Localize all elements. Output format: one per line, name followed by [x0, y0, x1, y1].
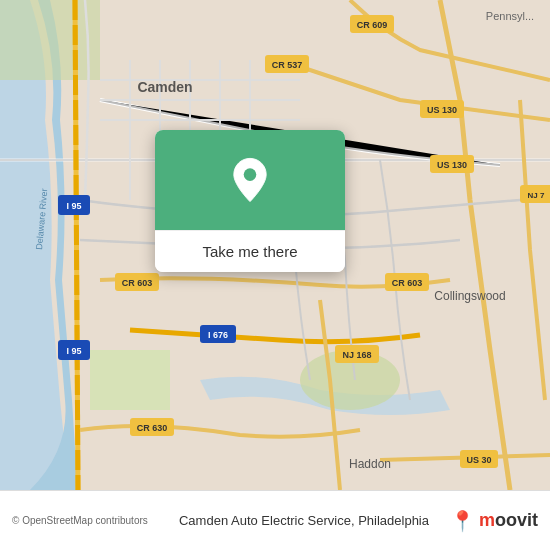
svg-text:US 30: US 30	[466, 455, 491, 465]
svg-text:CR 630: CR 630	[137, 423, 168, 433]
svg-text:NJ 168: NJ 168	[342, 350, 371, 360]
svg-text:I 95: I 95	[66, 346, 81, 356]
moovit-brand-text: moovit	[479, 510, 538, 531]
svg-text:CR 603: CR 603	[392, 278, 423, 288]
svg-text:CR 609: CR 609	[357, 20, 388, 30]
svg-text:Camden: Camden	[137, 79, 192, 95]
take-me-there-button[interactable]: Take me there	[155, 230, 345, 272]
svg-text:US 130: US 130	[437, 160, 467, 170]
moovit-m: m	[479, 510, 495, 530]
osm-attribution: © OpenStreetMap contributors	[12, 515, 158, 526]
svg-text:NJ 7: NJ 7	[528, 191, 545, 200]
svg-text:CR 603: CR 603	[122, 278, 153, 288]
svg-rect-3	[90, 350, 170, 410]
svg-text:US 130: US 130	[427, 105, 457, 115]
svg-text:I 676: I 676	[208, 330, 228, 340]
svg-text:I 95: I 95	[66, 201, 81, 211]
popup-map-preview	[155, 130, 345, 230]
moovit-pin-icon: 📍	[450, 509, 475, 533]
svg-text:Pennsyl...: Pennsyl...	[486, 10, 534, 22]
location-name: Camden Auto Electric Service, Philadelph…	[158, 513, 450, 528]
bottom-bar: © OpenStreetMap contributors Camden Auto…	[0, 490, 550, 550]
svg-text:CR 537: CR 537	[272, 60, 303, 70]
popup-card: Take me there	[155, 130, 345, 272]
moovit-logo: 📍 moovit	[450, 509, 538, 533]
svg-point-38	[244, 168, 257, 181]
map-container: I 95 I 95 CR 609 CR 537 US 130 US 130 CR…	[0, 0, 550, 490]
svg-text:Collingswood: Collingswood	[434, 289, 505, 303]
svg-text:Haddon: Haddon	[349, 457, 391, 471]
location-pin-icon	[232, 156, 268, 204]
